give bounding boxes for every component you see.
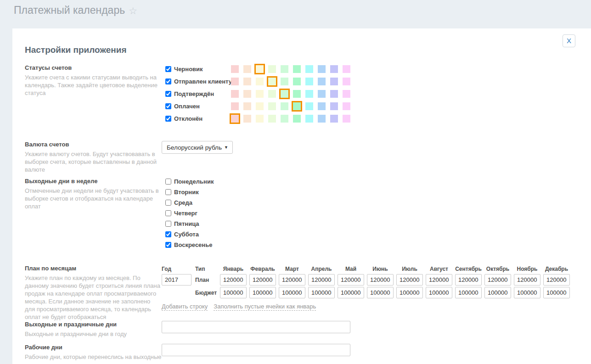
- color-swatch[interactable]: [343, 78, 350, 85]
- color-swatch[interactable]: [293, 102, 301, 110]
- close-button[interactable]: X: [563, 34, 575, 47]
- month-value-input[interactable]: [543, 274, 570, 286]
- month-value-input[interactable]: [426, 274, 452, 286]
- currency-select[interactable]: Белорусский рубль ▼: [162, 141, 233, 154]
- color-swatch[interactable]: [330, 115, 338, 123]
- weekday-checkbox[interactable]: [165, 189, 171, 195]
- month-value-input[interactable]: [514, 287, 540, 298]
- weekday-checkbox[interactable]: [165, 210, 171, 216]
- color-swatch[interactable]: [305, 102, 313, 110]
- color-swatch[interactable]: [256, 90, 264, 98]
- color-swatch[interactable]: [343, 90, 350, 98]
- month-value-input[interactable]: [338, 287, 364, 298]
- color-swatch[interactable]: [243, 115, 251, 123]
- color-swatch[interactable]: [318, 102, 326, 110]
- color-swatch[interactable]: [268, 115, 276, 123]
- month-value-input[interactable]: [455, 287, 482, 298]
- color-swatch[interactable]: [330, 90, 338, 98]
- weekday-checkbox[interactable]: [165, 179, 171, 185]
- color-swatch[interactable]: [256, 102, 264, 110]
- add-row-link[interactable]: Добавить строку: [162, 303, 208, 311]
- color-swatch[interactable]: [293, 115, 301, 123]
- color-swatch[interactable]: [318, 90, 326, 98]
- color-swatch[interactable]: [305, 90, 313, 98]
- month-value-input[interactable]: [396, 274, 423, 286]
- month-value-input[interactable]: [338, 274, 364, 286]
- color-swatch[interactable]: [343, 65, 350, 73]
- month-value-input[interactable]: [514, 274, 540, 286]
- month-value-input[interactable]: [367, 287, 394, 298]
- color-swatch[interactable]: [318, 78, 326, 85]
- month-value-input[interactable]: [484, 287, 511, 298]
- color-swatch[interactable]: [256, 65, 264, 73]
- color-swatch[interactable]: [281, 115, 288, 123]
- status-checkbox[interactable]: [165, 116, 171, 122]
- color-swatch[interactable]: [330, 65, 338, 73]
- workdays-label-col: Рабочие дни Рабочие дни, которые перенес…: [25, 344, 162, 361]
- status-checkbox[interactable]: [165, 91, 171, 97]
- color-swatch[interactable]: [268, 90, 276, 98]
- color-swatch[interactable]: [281, 78, 288, 85]
- month-column-header: Май: [338, 266, 364, 272]
- color-swatch[interactable]: [256, 115, 264, 123]
- color-swatch[interactable]: [281, 102, 288, 110]
- weekday-checkbox[interactable]: [165, 242, 171, 248]
- color-swatch[interactable]: [231, 102, 239, 110]
- color-swatch[interactable]: [231, 115, 239, 123]
- color-swatch[interactable]: [305, 115, 313, 123]
- color-swatch[interactable]: [305, 65, 313, 73]
- color-swatch[interactable]: [243, 65, 251, 73]
- page-title: Платежный календарь: [14, 4, 125, 17]
- year-input[interactable]: [162, 274, 191, 286]
- color-swatch[interactable]: [318, 65, 326, 73]
- month-value-input[interactable]: [249, 274, 276, 286]
- month-cell: [514, 274, 540, 286]
- color-swatch[interactable]: [281, 90, 288, 98]
- month-value-input[interactable]: [455, 274, 482, 286]
- month-value-input[interactable]: [308, 287, 335, 298]
- month-value-input[interactable]: [308, 274, 335, 286]
- month-value-input[interactable]: [279, 287, 305, 298]
- color-swatch[interactable]: [293, 65, 301, 73]
- color-swatch[interactable]: [293, 78, 301, 85]
- status-checkbox[interactable]: [165, 66, 171, 72]
- month-value-input[interactable]: [367, 274, 394, 286]
- month-value-input[interactable]: [396, 287, 423, 298]
- workdays-input[interactable]: [162, 344, 350, 356]
- color-swatch[interactable]: [305, 78, 313, 85]
- color-swatch[interactable]: [243, 90, 251, 98]
- holidays-input[interactable]: [162, 321, 350, 333]
- weekday-checkbox[interactable]: [165, 221, 171, 227]
- fill-empty-cells-link[interactable]: Заполнить пустые ячейки как январь: [214, 303, 316, 311]
- month-value-input[interactable]: [426, 287, 452, 298]
- color-swatch[interactable]: [268, 78, 276, 85]
- month-value-input[interactable]: [484, 274, 511, 286]
- color-swatch[interactable]: [330, 78, 338, 85]
- favorite-star-icon[interactable]: ☆: [129, 6, 137, 17]
- color-swatch[interactable]: [318, 115, 326, 123]
- color-swatch[interactable]: [243, 102, 251, 110]
- status-checkbox[interactable]: [165, 103, 171, 109]
- month-value-input[interactable]: [279, 274, 305, 286]
- month-value-input[interactable]: [543, 287, 570, 298]
- weekday-checkbox[interactable]: [165, 200, 171, 206]
- color-swatch[interactable]: [330, 102, 338, 110]
- color-swatch[interactable]: [293, 90, 301, 98]
- color-swatch[interactable]: [231, 78, 239, 85]
- month-cell: [455, 287, 482, 298]
- color-swatch[interactable]: [281, 65, 288, 73]
- month-value-input[interactable]: [220, 287, 247, 298]
- color-swatch[interactable]: [256, 78, 264, 85]
- weekday-checkbox[interactable]: [165, 231, 171, 237]
- color-swatch[interactable]: [231, 90, 239, 98]
- status-checkbox[interactable]: [165, 78, 171, 84]
- month-value-input[interactable]: [220, 274, 247, 286]
- color-swatch[interactable]: [268, 65, 276, 73]
- month-value-input[interactable]: [249, 287, 276, 298]
- color-swatch[interactable]: [343, 102, 350, 110]
- status-color-palette: [231, 78, 355, 85]
- color-swatch[interactable]: [231, 65, 239, 73]
- color-swatch[interactable]: [268, 102, 276, 110]
- color-swatch[interactable]: [343, 115, 350, 123]
- color-swatch[interactable]: [243, 78, 251, 85]
